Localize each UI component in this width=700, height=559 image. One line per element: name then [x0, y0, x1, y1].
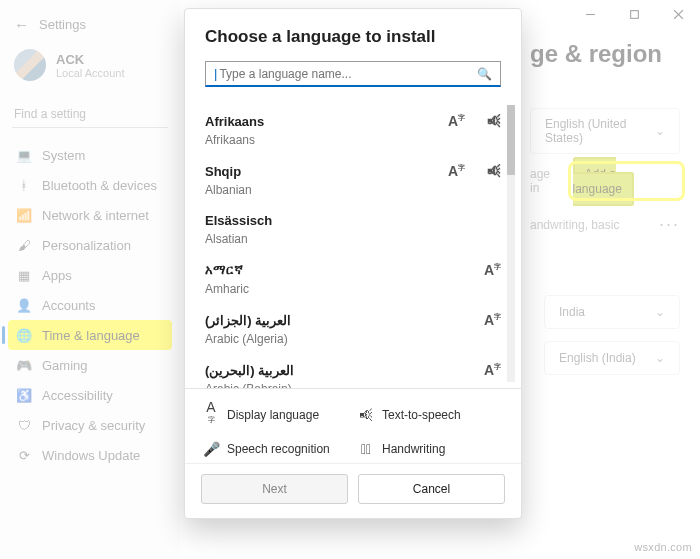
- language-native: አማርኛ: [205, 262, 243, 278]
- legend-display: A字Display language: [203, 399, 348, 431]
- display-language-icon: A字: [203, 399, 219, 431]
- language-english: Albanian: [205, 183, 501, 197]
- scrollbar-thumb[interactable]: [507, 105, 515, 175]
- language-native: العربية (البحرين): [205, 363, 294, 378]
- display-language-icon: A字: [484, 312, 501, 328]
- language-search[interactable]: | 🔍: [205, 61, 501, 87]
- search-icon: 🔍: [477, 67, 492, 81]
- language-english: Arabic (Bahrain): [205, 382, 501, 388]
- language-list[interactable]: AfrikaansA字🕬AfrikaansShqipA字🕬AlbanianEls…: [185, 99, 515, 388]
- dialog-buttons: Next Cancel: [185, 463, 521, 518]
- language-item[interactable]: AfrikaansA字🕬Afrikaans: [205, 103, 501, 153]
- handwriting-icon: ✎⃞: [358, 441, 374, 457]
- language-native: Shqip: [205, 164, 241, 179]
- language-native: Afrikaans: [205, 114, 264, 129]
- watermark: wsxdn.com: [634, 541, 692, 553]
- dialog-legend: A字Display language 🕬Text-to-speech 🎤Spee…: [185, 388, 521, 463]
- language-english: Arabic (Algeria): [205, 332, 501, 346]
- display-language-icon: A字: [448, 163, 465, 179]
- tts-icon: 🕬: [487, 113, 501, 129]
- legend-tts: 🕬Text-to-speech: [358, 399, 503, 431]
- language-item[interactable]: ShqipA字🕬Albanian: [205, 153, 501, 203]
- language-item[interactable]: العربية (البحرين)A字Arabic (Bahrain): [205, 352, 501, 388]
- next-button[interactable]: Next: [201, 474, 348, 504]
- language-item[interactable]: አማርኛA字Amharic: [205, 252, 501, 302]
- language-search-input[interactable]: [219, 67, 477, 81]
- language-item[interactable]: العربية (الجزائر)A字Arabic (Algeria): [205, 302, 501, 352]
- legend-speech: 🎤Speech recognition: [203, 441, 348, 457]
- speech-icon: 🎤: [203, 441, 219, 457]
- cancel-button[interactable]: Cancel: [358, 474, 505, 504]
- display-language-icon: A字: [484, 362, 501, 378]
- legend-handwriting: ✎⃞Handwriting: [358, 441, 503, 457]
- display-language-icon: A字: [484, 262, 501, 278]
- language-native: Elsässisch: [205, 213, 272, 228]
- language-english: Afrikaans: [205, 133, 501, 147]
- tts-icon: 🕬: [358, 407, 374, 423]
- dialog-title: Choose a language to install: [185, 9, 521, 57]
- language-english: Alsatian: [205, 232, 501, 246]
- language-item[interactable]: ElsässischAlsatian: [205, 203, 501, 252]
- language-dialog: Choose a language to install | 🔍 Afrikaa…: [184, 8, 522, 519]
- language-english: Amharic: [205, 282, 501, 296]
- language-native: العربية (الجزائر): [205, 313, 291, 328]
- tts-icon: 🕬: [487, 163, 501, 179]
- display-language-icon: A字: [448, 113, 465, 129]
